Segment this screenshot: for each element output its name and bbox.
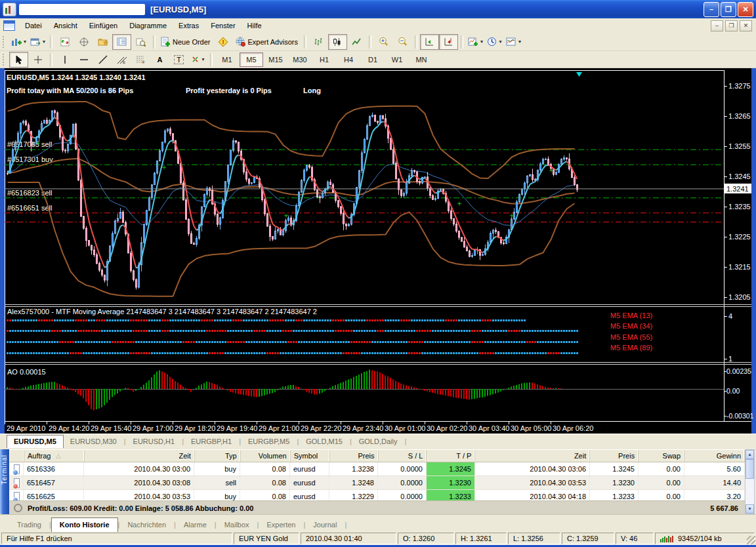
history-row[interactable]: 65164572010.04.30 03:08sell0.08eurusd1.3…	[9, 476, 745, 490]
terminal-tab-alarme[interactable]: Alarme	[176, 518, 215, 532]
terminal-tab-konto-historie[interactable]: Konto Historie	[51, 517, 118, 532]
cursor-tool-button[interactable]	[9, 52, 28, 68]
text-label-tool-button[interactable]: T	[169, 52, 188, 68]
svg-text:29 Apr 23:40: 29 Apr 23:40	[343, 424, 383, 432]
timeframe-h4[interactable]: H4	[337, 52, 360, 67]
trendline-tool-button[interactable]	[93, 52, 112, 68]
timeframe-m5[interactable]: M5	[240, 52, 263, 67]
zoom-in-button[interactable]	[374, 34, 393, 50]
toolbar-grip[interactable]	[3, 54, 7, 66]
column-header-profit[interactable]: Gewinn	[684, 450, 745, 462]
scroll-up-icon[interactable]: ▲	[746, 450, 754, 459]
crosshair-tool-button[interactable]	[28, 52, 47, 68]
status-account: EUR YEN Gold	[234, 533, 299, 544]
column-header-symbol[interactable]: Symbol	[291, 450, 330, 462]
scrollbar-thumb[interactable]	[746, 459, 754, 479]
column-header-volume[interactable]: Volumen	[241, 450, 291, 462]
new-chart-button[interactable]: ▾	[9, 34, 28, 50]
cell-price2: 1.3245	[590, 462, 639, 476]
periods-button[interactable]: ▾	[485, 34, 504, 50]
menu-einfügen[interactable]: Einfügen	[83, 20, 123, 31]
chart-window-icon[interactable]	[3, 20, 15, 31]
column-header-type[interactable]: Typ	[195, 450, 241, 462]
terminal-tab-trading[interactable]: Trading	[9, 518, 49, 532]
resize-grip[interactable]	[747, 536, 755, 544]
scroll-down-icon[interactable]: ▼	[746, 504, 754, 514]
terminal-tab-experten[interactable]: Experten	[259, 518, 303, 532]
menu-ansicht[interactable]: Ansicht	[48, 20, 83, 31]
column-header-time[interactable]: Zeit	[85, 450, 195, 462]
child-restore-button[interactable]: ❐	[725, 20, 738, 31]
bar-chart-type-button[interactable]	[309, 34, 328, 50]
chart-tab-eurusd-m30[interactable]: EURUSD,M30	[64, 436, 123, 448]
menu-fenster[interactable]: Fenster	[205, 20, 241, 31]
zoom-out-icon	[398, 37, 408, 47]
chart-tab-gold-m15[interactable]: GOLD,M15	[299, 436, 349, 448]
timeframe-mn[interactable]: MN	[410, 52, 433, 67]
auto-scroll-button[interactable]	[420, 34, 439, 50]
terminal-tab-mailbox[interactable]: Mailbox	[217, 518, 257, 532]
line-chart-type-button[interactable]	[347, 34, 366, 50]
history-row[interactable]: 65163362010.04.30 03:00buy0.08eurusd1.32…	[9, 462, 745, 476]
chart-tab-eurusd-h1[interactable]: EURUSD,H1	[127, 436, 182, 448]
terminal-side-tab[interactable]: Terminal	[0, 449, 9, 514]
chart-tab-eurusd-m5[interactable]: EURUSD,M5	[7, 435, 64, 448]
new-order-button[interactable]: Neue Order	[158, 34, 213, 50]
templates-button[interactable]: ▾	[504, 34, 523, 50]
menu-diagramme[interactable]: Diagramme	[123, 20, 173, 31]
market-watch-button[interactable]	[55, 34, 74, 50]
arrows-tool-button[interactable]: ▾	[188, 52, 207, 68]
svg-text:1.3235: 1.3235	[728, 203, 751, 211]
column-header-order[interactable]: Auftrag△	[24, 450, 85, 462]
profiles-button[interactable]: ▾	[28, 34, 47, 50]
metaeditor-button[interactable]: !	[214, 34, 233, 50]
timeframe-h1[interactable]: H1	[312, 52, 336, 67]
terminal-scrollbar[interactable]: ▲ ▼	[745, 449, 755, 514]
terminal-tab-nachrichten[interactable]: Nachrichten	[119, 518, 174, 532]
text-tool-button[interactable]: A	[150, 52, 169, 68]
terminal-toggle-button[interactable]	[112, 34, 131, 50]
terminal-tab-journal[interactable]: Journal	[305, 518, 345, 532]
chart-tab-gold-daily[interactable]: GOLD,Daily	[352, 436, 404, 448]
menu-hilfe[interactable]: Hilfe	[242, 20, 268, 31]
column-header-price[interactable]: Preis	[330, 450, 379, 462]
minimize-button[interactable]: –	[704, 2, 719, 17]
expert-advisors-button[interactable]: Expert Advisors	[233, 34, 301, 50]
chart-tab-eurgbp-h1[interactable]: EURGBP,H1	[184, 436, 238, 448]
price-chart[interactable]: #6517085 sell#6517301 buy#6516823 sell#6…	[0, 68, 756, 434]
horizontal-line-tool-button[interactable]	[74, 52, 93, 68]
column-header-swap[interactable]: Swap	[639, 450, 684, 462]
auto-scroll-icon	[425, 37, 434, 47]
timeframe-d1[interactable]: D1	[361, 52, 385, 67]
maximize-button[interactable]: ❒	[721, 2, 736, 17]
indicators-button[interactable]: ▾	[466, 34, 485, 50]
strategy-tester-button[interactable]	[131, 34, 150, 50]
cursor-icon	[15, 55, 23, 64]
timeframe-m1[interactable]: M1	[215, 52, 239, 67]
fibonacci-tool-button[interactable]: F	[131, 52, 150, 68]
column-header-price2[interactable]: Preis	[590, 450, 639, 462]
chart-shift-button[interactable]	[439, 34, 458, 50]
candlestick-type-button[interactable]	[328, 34, 347, 50]
menu-datei[interactable]: Datei	[19, 20, 48, 31]
column-header-icon[interactable]	[10, 450, 24, 462]
timeframe-w1[interactable]: W1	[385, 52, 409, 67]
column-header-tp[interactable]: T / P	[427, 450, 475, 462]
zoom-out-button[interactable]	[393, 34, 412, 50]
timeframe-m30[interactable]: M30	[288, 52, 312, 67]
toolbar-grip[interactable]	[3, 36, 7, 48]
chart-tab-eurgbp-m5[interactable]: EURGBP,M5	[242, 436, 296, 448]
menu-extras[interactable]: Extras	[173, 20, 205, 31]
account-summary-row: Profit/Loss: 609.00 Kredit: 0.00 Einlage…	[9, 500, 745, 515]
channel-tool-button[interactable]: E	[112, 52, 131, 68]
column-header-time2[interactable]: Zeit	[475, 450, 590, 462]
navigator-button[interactable]: ★	[93, 34, 112, 50]
child-minimize-button[interactable]: –	[711, 20, 723, 31]
child-close-button[interactable]: ✕	[740, 20, 752, 31]
data-window-button[interactable]	[74, 34, 93, 50]
dropdown-caret-icon: ▾	[201, 56, 204, 62]
timeframe-m15[interactable]: M15	[264, 52, 287, 67]
close-button[interactable]: ✕	[738, 2, 753, 17]
vertical-line-tool-button[interactable]	[55, 52, 74, 68]
column-header-sl[interactable]: S / L	[379, 450, 427, 462]
